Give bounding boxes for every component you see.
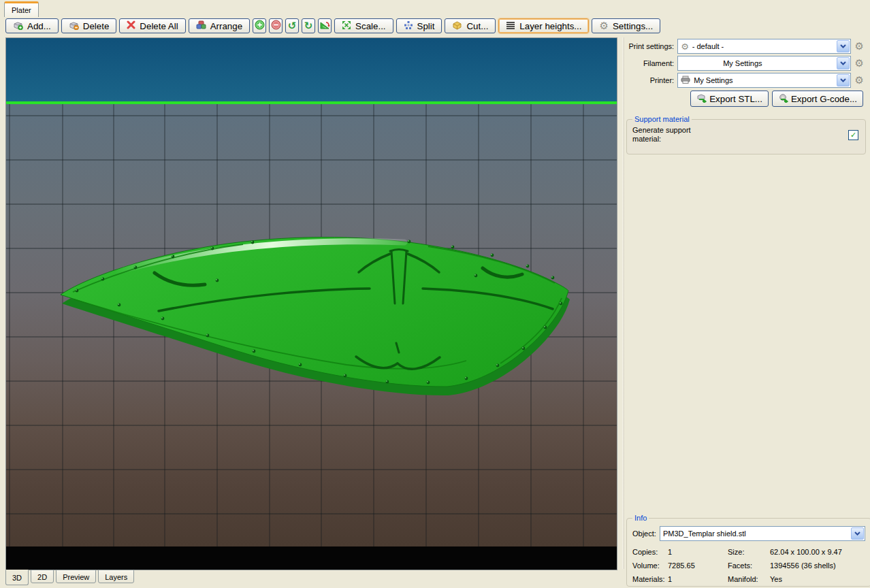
export-stl-label: Export STL... [709,94,762,104]
preset-gear-icon: ⚙ [681,42,689,51]
support-material-legend: Support material [632,115,692,123]
toolbar: Add... Delete Delete All Arrange ↺ ↻ Sca… [5,18,660,34]
info-panel: Info Object: PM3D_Templar shield.stl Cop… [626,514,870,587]
chevron-down-icon[interactable] [837,57,850,69]
arrange-button-label: Arrange [210,21,242,31]
printer-icon [681,76,690,85]
export-stl-icon [696,93,707,105]
size-label: Size: [728,548,770,556]
scale-arrows-icon [342,20,351,32]
cut-button[interactable]: Cut... [445,18,496,33]
chevron-down-icon[interactable] [837,40,850,52]
rotate-angle-icon [320,20,330,32]
chevron-down-icon[interactable] [837,74,850,86]
print-settings-row: Print settings: ⚙ - default - ⚙ [626,39,866,54]
delete-all-button[interactable]: Delete All [119,18,185,33]
rotate-angle-button[interactable] [318,18,332,33]
layer-heights-button[interactable]: Layer heights... [498,18,589,33]
printer-label: Printer: [626,76,677,84]
filament-value: My Settings [681,59,762,67]
copies-value: 1 [668,548,728,556]
delete-all-button-label: Delete All [140,21,178,31]
print-settings-gear-button[interactable]: ⚙ [853,39,866,53]
tab-plater[interactable]: Plater [4,1,39,17]
export-gcode-button[interactable]: Export G-code... [772,91,863,107]
facets-value: 1394556 (36 shells) [770,561,865,570]
print-settings-select[interactable]: ⚙ - default - [677,39,850,54]
size-value: 62.04 x 100.00 x 9.47 [770,548,865,556]
bed-scene [6,38,617,570]
cut-button-label: Cut... [466,21,488,31]
split-button[interactable]: Split [396,18,442,33]
arrange-cubes-icon [196,20,206,32]
object-select[interactable]: PM3D_Templar shield.stl [660,526,865,541]
add-box-icon [13,20,23,32]
rotate-ccw-button[interactable]: ↺ [285,18,299,33]
filament-gear-button[interactable]: ⚙ [853,56,866,70]
object-stats: Copies: 1 Size: 62.04 x 100.00 x 9.47 Vo… [632,548,865,583]
generate-support-label: Generate support material: [632,126,707,144]
plus-circle-icon [255,20,265,32]
volume-label: Volume: [632,561,668,570]
3d-viewport[interactable] [5,37,617,570]
delete-button[interactable]: Delete [61,18,117,33]
export-gcode-icon [778,93,788,105]
scale-button-label: Scale... [355,21,385,31]
materials-label: Materials: [632,575,668,583]
delete-box-icon [69,20,79,32]
settings-button[interactable]: ⚙ Settings... [592,18,660,33]
arrange-button[interactable]: Arrange [189,18,250,33]
check-icon: ✓ [850,131,856,139]
info-legend: Info [632,514,649,522]
printer-select[interactable]: My Settings [677,73,850,88]
view-tab-2d[interactable]: 2D [31,570,54,583]
object-value: PM3D_Templar shield.stl [663,529,746,538]
settings-button-label: Settings... [613,21,653,31]
scale-button[interactable]: Scale... [334,18,393,33]
volume-value: 7285.65 [668,561,728,570]
filament-row: Filament: My Settings ⚙ [626,56,866,71]
layer-heights-button-label: Layer heights... [519,21,581,31]
rotate-cw-icon: ↻ [304,21,313,31]
support-material-group: Support material Generate support materi… [626,115,866,154]
decrease-copies-button[interactable] [269,18,283,33]
split-button-label: Split [417,21,435,31]
printer-value: My Settings [694,76,732,84]
rotate-ccw-icon: ↺ [288,21,297,31]
split-dots-icon [404,20,413,32]
settings-panel: Print settings: ⚙ - default - ⚙ Filament… [626,39,866,154]
chevron-down-icon[interactable] [851,527,864,540]
gear-icon: ⚙ [599,21,608,31]
delete-all-x-icon [127,20,135,31]
delete-button-label: Delete [83,21,110,31]
generate-support-checkbox[interactable]: ✓ [848,130,858,140]
export-row: Export STL... Export G-code... [626,91,863,107]
export-gcode-label: Export G-code... [791,94,857,104]
copies-label: Copies: [632,548,668,556]
panel-splitter[interactable] [622,37,624,569]
add-button[interactable]: Add... [5,18,59,33]
object-label: Object: [632,529,660,538]
printer-gear-button[interactable]: ⚙ [853,74,866,87]
add-button-label: Add... [27,21,51,31]
manifold-value: Yes [770,575,865,583]
view-tab-bar: 3D 2D Preview Layers [5,570,134,585]
view-tab-3d[interactable]: 3D [5,570,29,585]
tab-plater-label: Plater [12,6,31,14]
facets-label: Facets: [728,561,770,570]
layer-lines-icon [506,21,515,31]
manifold-label: Manifold: [728,575,770,583]
print-settings-value: - default - [692,42,724,50]
minus-circle-icon [271,20,281,32]
printer-row: Printer: My Settings ⚙ [626,73,866,88]
view-tab-preview[interactable]: Preview [56,570,96,583]
view-tab-layers[interactable]: Layers [98,570,134,583]
rotate-cw-button[interactable]: ↻ [302,18,315,33]
increase-copies-button[interactable] [253,18,266,33]
filament-select[interactable]: My Settings [677,56,850,71]
materials-value: 1 [668,575,728,583]
export-stl-button[interactable]: Export STL... [690,91,769,107]
cut-box-icon [452,20,462,32]
filament-label: Filament: [626,59,677,67]
print-settings-label: Print settings: [626,42,677,50]
